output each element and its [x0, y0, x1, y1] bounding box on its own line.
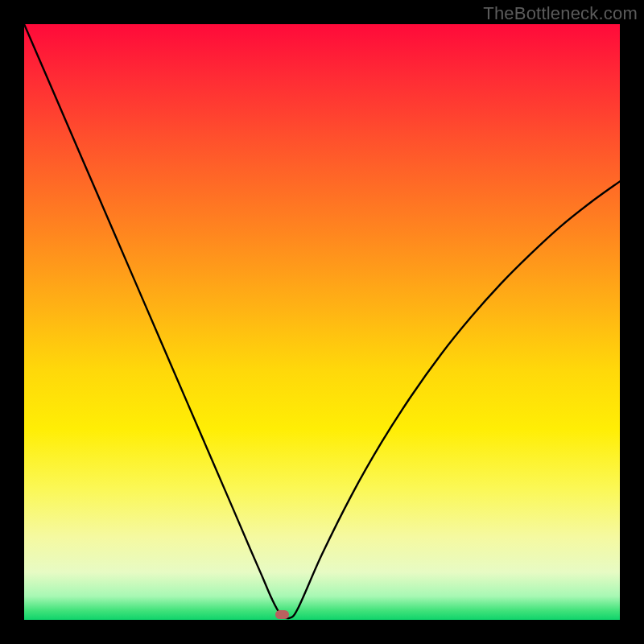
plot-area — [24, 24, 620, 620]
bottleneck-curve — [24, 24, 620, 620]
optimal-point-marker — [275, 610, 289, 619]
watermark-text: TheBottleneck.com — [483, 3, 638, 24]
chart-frame: TheBottleneck.com — [0, 0, 644, 644]
